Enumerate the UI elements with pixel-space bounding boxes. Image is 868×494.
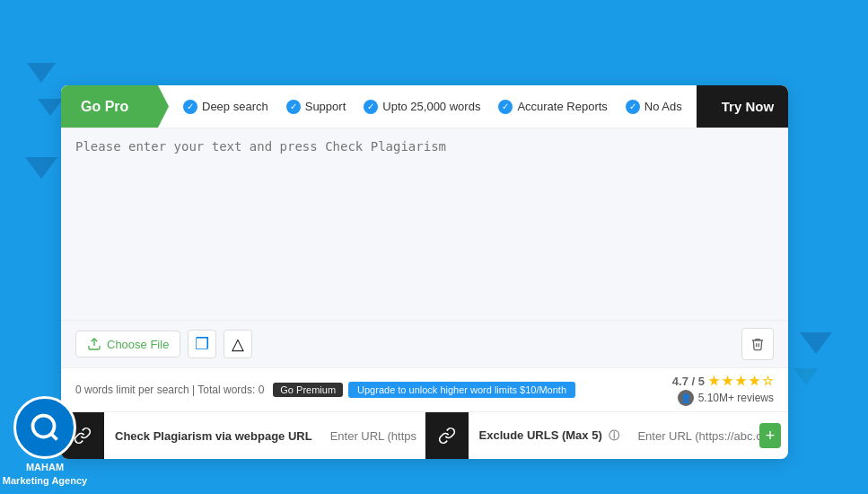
star-3: ★ <box>735 374 747 388</box>
decorative-triangle-5 <box>793 368 819 385</box>
google-drive-button[interactable]: △ <box>224 330 252 358</box>
star-1: ★ <box>708 374 720 388</box>
exclude-urls-label: Exclude URLS (Max 5) ⓘ <box>469 428 631 444</box>
dropbox-button[interactable]: ❐ <box>188 330 216 358</box>
feature-no-ads: ✓ No Ads <box>626 100 682 114</box>
exclude-url-input[interactable] <box>637 429 759 443</box>
word-count-bar: 0 words limit per search | Total words: … <box>61 367 788 411</box>
go-pro-features: ✓ Deep search ✓ Support ✓ Upto 25,000 wo… <box>169 100 697 114</box>
decorative-triangle-3 <box>25 157 57 179</box>
go-pro-label: Go Pro <box>61 85 169 128</box>
check-icon-deep-search: ✓ <box>183 100 197 114</box>
decorative-triangle-1 <box>27 63 56 83</box>
trash-icon <box>750 337 765 351</box>
add-url-button[interactable]: + <box>759 423 781 448</box>
link-icon-2 <box>438 427 456 445</box>
exclude-urls-col: Exclude URLS (Max 5) ⓘ + <box>425 412 789 459</box>
plagiarism-text-input[interactable] <box>75 139 774 305</box>
svg-point-1 <box>33 416 55 437</box>
svg-line-2 <box>51 434 57 440</box>
url-section: Check Plagiarism via webpage URL Exclude… <box>61 411 788 459</box>
dropbox-icon: ❐ <box>195 334 209 354</box>
exclude-url-icon <box>425 412 469 459</box>
star-4: ★ <box>749 374 760 388</box>
logo-text: MAHAM Marketing Agency <box>3 461 87 487</box>
go-pro-banner: Go Pro ✓ Deep search ✓ Support ✓ Upto 25… <box>61 85 788 128</box>
toolbar: Choose File ❐ △ <box>61 320 788 367</box>
star-2: ★ <box>722 374 733 388</box>
logo-overlay: MAHAM Marketing Agency <box>0 386 90 494</box>
feature-words: ✓ Upto 25,000 words <box>364 100 480 114</box>
upgrade-link[interactable]: Upgrade to unlock higher word limits $10… <box>348 382 575 398</box>
rating-score: 4.7 / 5 <box>672 375 705 388</box>
reviews-row: 👤 5.10M+ reviews <box>678 390 774 406</box>
try-now-button[interactable]: Try Now <box>697 85 788 128</box>
check-plagiarism-url-col: Check Plagiarism via webpage URL <box>61 412 425 459</box>
info-icon: ⓘ <box>609 429 619 442</box>
reviews-text: 5.10M+ reviews <box>698 392 774 404</box>
feature-deep-search: ✓ Deep search <box>183 100 268 114</box>
rating-section: 4.7 / 5 ★ ★ ★ ★ ☆ 👤 5.10M+ reviews <box>672 374 774 406</box>
google-drive-icon: △ <box>232 334 244 354</box>
choose-file-button[interactable]: Choose File <box>75 331 180 357</box>
avatar-icon: 👤 <box>678 390 694 406</box>
exclude-url-input-wrapper: + <box>630 423 788 448</box>
check-plagiarism-url-label: Check Plagiarism via webpage URL <box>104 429 323 443</box>
upload-icon <box>87 337 101 351</box>
star-rating: ★ ★ ★ ★ ☆ <box>708 374 774 388</box>
magnifier-icon <box>29 411 61 444</box>
decorative-triangle-4 <box>800 332 832 354</box>
feature-support: ✓ Support <box>286 100 346 114</box>
check-url-input-wrapper <box>323 429 425 443</box>
delete-button[interactable] <box>741 328 774 360</box>
logo-circle <box>13 396 76 459</box>
word-count-text: 0 words limit per search | Total words: … <box>75 384 264 396</box>
text-input-area <box>61 128 788 320</box>
rating-row: 4.7 / 5 ★ ★ ★ ★ ☆ <box>672 374 774 388</box>
star-5-half: ☆ <box>762 374 774 388</box>
check-icon-support: ✓ <box>286 100 301 114</box>
check-icon-no-ads: ✓ <box>626 100 640 114</box>
main-panel: Go Pro ✓ Deep search ✓ Support ✓ Upto 25… <box>61 85 788 459</box>
check-url-input[interactable] <box>330 429 417 443</box>
check-icon-reports: ✓ <box>498 100 513 114</box>
feature-reports: ✓ Accurate Reports <box>498 100 607 114</box>
check-icon-words: ✓ <box>364 100 378 114</box>
decorative-triangle-2 <box>38 99 63 116</box>
premium-badge[interactable]: Go Premium <box>273 383 343 397</box>
